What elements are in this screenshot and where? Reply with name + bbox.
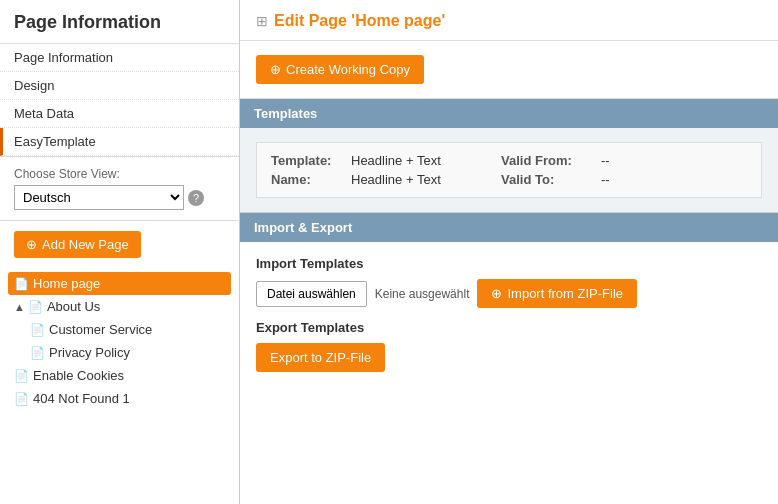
valid-to-label: Valid To: [501,172,601,187]
file-none-text: Keine ausgewählt [375,287,470,301]
sidebar-item-design[interactable]: Design [0,72,239,100]
page-tree: 📄 Home page ▲ 📄 About Us 📄 Customer Serv… [0,268,239,414]
store-view-label: Choose Store View: [14,167,225,181]
name-label: Name: [271,172,351,187]
sidebar-nav: Page Information Design Meta Data EasyTe… [0,44,239,157]
import-export-body: Import Templates Datei auswählen Keine a… [240,242,778,386]
import-export-section-bar: Import & Export [240,213,778,242]
help-icon[interactable]: ? [188,190,204,206]
plus-circle-icon: ⊕ [270,62,281,77]
sidebar-item-easy-template[interactable]: EasyTemplate [0,128,239,156]
page-icon: 📄 [14,277,29,291]
tree-label: About Us [47,299,100,314]
valid-to-value: -- [601,172,661,187]
tree-item-enable-cookies[interactable]: 📄 Enable Cookies [0,364,239,387]
add-new-page-button[interactable]: ⊕ Add New Page [14,231,141,258]
tree-item-customer-service[interactable]: 📄 Customer Service [0,318,239,341]
main-header: ⊞ Edit Page 'Home page' [240,0,778,41]
sidebar-item-meta-data[interactable]: Meta Data [0,100,239,128]
main-title: Edit Page 'Home page' [274,12,445,30]
store-view-select[interactable]: Deutsch English French [14,185,184,210]
name-value: Headline + Text [351,172,501,187]
export-title: Export Templates [256,320,762,335]
tree-item-home-page[interactable]: 📄 Home page [8,272,231,295]
tree-label: Customer Service [49,322,152,337]
page-icon: 📄 [14,369,29,383]
edit-icon: ⊞ [256,13,268,29]
store-view-section: Choose Store View: Deutsch English Frenc… [0,157,239,221]
toggle-icon: ▲ [14,301,25,313]
file-input-row: Datei auswählen Keine ausgewählt ⊕ Impor… [256,279,762,308]
import-title: Import Templates [256,256,762,271]
valid-from-label: Valid From: [501,153,601,168]
import-export-section: Import & Export Import Templates Datei a… [240,213,778,386]
sidebar-title: Page Information [0,0,239,44]
sidebar: Page Information Page Information Design… [0,0,240,504]
sidebar-item-page-information[interactable]: Page Information [0,44,239,72]
export-to-zip-button[interactable]: Export to ZIP-File [256,343,385,372]
page-icon: 📄 [30,346,45,360]
tree-item-about-us[interactable]: ▲ 📄 About Us [0,295,239,318]
tree-label: Home page [33,276,100,291]
tree-label: Enable Cookies [33,368,124,383]
template-label: Template: [271,153,351,168]
page-icon: 📄 [30,323,45,337]
import-icon: ⊕ [491,286,502,301]
template-value: Headline + Text [351,153,501,168]
page-icon: 📄 [28,300,43,314]
tree-label: 404 Not Found 1 [33,391,130,406]
valid-from-value: -- [601,153,661,168]
templates-section-bar: Templates [240,99,778,128]
main-content: ⊞ Edit Page 'Home page' ⊕ Create Working… [240,0,778,504]
template-row: Template: Headline + Text Valid From: --… [256,142,762,198]
create-working-copy-button[interactable]: ⊕ Create Working Copy [256,55,424,84]
templates-section: Templates Template: Headline + Text Vali… [240,99,778,213]
import-from-zip-button[interactable]: ⊕ Import from ZIP-File [477,279,637,308]
templates-body: Template: Headline + Text Valid From: --… [240,128,778,213]
page-icon: 📄 [14,392,29,406]
create-copy-area: ⊕ Create Working Copy [240,41,778,99]
file-choose-button[interactable]: Datei auswählen [256,281,367,307]
tree-label: Privacy Policy [49,345,130,360]
tree-item-404[interactable]: 📄 404 Not Found 1 [0,387,239,410]
tree-item-privacy-policy[interactable]: 📄 Privacy Policy [0,341,239,364]
plus-icon: ⊕ [26,237,37,252]
